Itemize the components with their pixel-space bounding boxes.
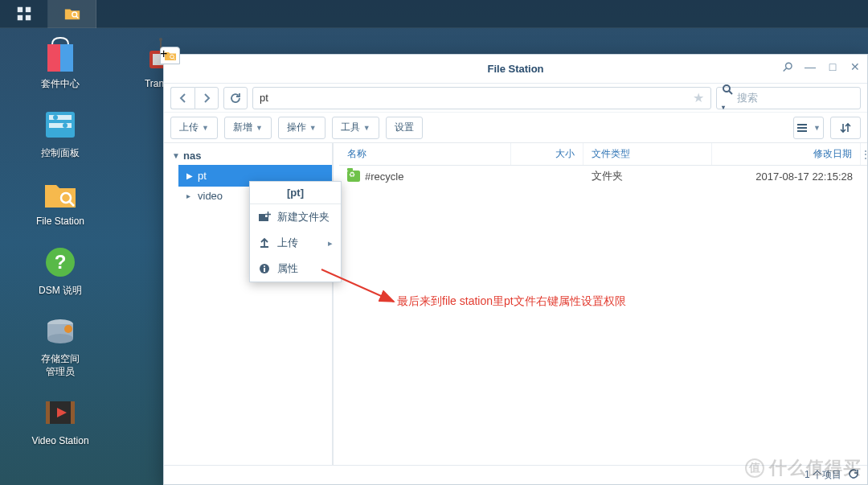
control-panel-label: 控制面板 bbox=[24, 147, 96, 160]
watermark-icon: 值 bbox=[745, 458, 764, 478]
path-field[interactable]: ★ bbox=[252, 87, 711, 109]
table-row[interactable]: #recycle 文件夹 2017-08-17 22:15:28 bbox=[339, 166, 867, 187]
window-titlebar: File Station ⚲ — □ ✕ bbox=[164, 55, 867, 84]
video-icon bbox=[41, 393, 80, 432]
disclosure-right-icon: ▶ bbox=[186, 171, 194, 180]
action-toolbar: 上传▼ 新增▼ 操作▼ 工具▼ 设置 ▼ bbox=[164, 113, 867, 143]
svg-point-12 bbox=[53, 115, 58, 120]
svg-rect-41 bbox=[264, 268, 265, 272]
svg-rect-8 bbox=[60, 44, 73, 72]
file-station-desktop[interactable]: File Station bbox=[24, 174, 96, 228]
file-station-label: File Station bbox=[24, 216, 96, 228]
help-icon: ? bbox=[41, 243, 80, 282]
context-menu-new-folder[interactable]: 新建文件夹 bbox=[250, 204, 341, 230]
list-view-button[interactable]: ▼ bbox=[793, 117, 824, 139]
tools-button[interactable]: 工具▼ bbox=[332, 117, 379, 139]
close-button[interactable]: ✕ bbox=[848, 60, 862, 74]
annotation-text: 最后来到file station里pt文件右键属性设置权限 bbox=[397, 294, 626, 309]
package-center-label: 套件中心 bbox=[24, 78, 96, 91]
navigation-toolbar: ★ ▾ bbox=[164, 84, 867, 113]
file-type: 文件夹 bbox=[583, 169, 712, 183]
tree-root-label: nas bbox=[183, 150, 201, 162]
svg-rect-11 bbox=[49, 123, 72, 128]
disclosure-down-icon: ▼ bbox=[172, 151, 180, 160]
context-menu-properties[interactable]: 属性 bbox=[250, 256, 341, 282]
create-button[interactable]: 新增▼ bbox=[224, 117, 272, 139]
file-date: 2017-08-17 22:15:28 bbox=[712, 171, 861, 183]
sliders-icon bbox=[41, 105, 80, 144]
svg-point-21 bbox=[64, 325, 72, 333]
search-box[interactable]: ▾ bbox=[716, 87, 861, 109]
column-menu-icon[interactable]: ⋮ bbox=[861, 149, 867, 160]
storage-manager-label: 存储空间 管理员 bbox=[24, 353, 96, 378]
maximize-button[interactable]: □ bbox=[825, 60, 840, 74]
search-icon: ▾ bbox=[722, 84, 733, 113]
file-station-taskbar[interactable] bbox=[48, 0, 96, 28]
svg-point-20 bbox=[47, 334, 73, 343]
svg-rect-10 bbox=[49, 115, 72, 120]
header-name[interactable]: 名称 bbox=[339, 143, 511, 165]
context-menu-label: 新建文件夹 bbox=[277, 210, 330, 224]
new-folder-icon bbox=[258, 211, 271, 224]
svg-rect-7 bbox=[47, 44, 60, 72]
reload-icon bbox=[230, 92, 241, 104]
chevron-left-icon bbox=[178, 93, 188, 103]
tree-root-nas[interactable]: ▼ nas bbox=[164, 146, 332, 165]
taskbar bbox=[0, 0, 868, 28]
grid-icon bbox=[15, 5, 33, 23]
list-icon bbox=[796, 123, 808, 133]
context-menu-label: 属性 bbox=[277, 261, 298, 276]
recycle-folder-icon bbox=[347, 171, 360, 182]
watermark-text: 什么值得买 bbox=[769, 456, 862, 480]
folder-search-icon bbox=[41, 174, 80, 212]
disks-icon bbox=[41, 311, 80, 350]
header-date[interactable]: 修改日期 bbox=[712, 143, 861, 165]
svg-rect-1 bbox=[25, 7, 30, 12]
reload-button[interactable] bbox=[223, 87, 248, 109]
context-menu-title: [pt] bbox=[250, 182, 341, 204]
file-name: #recycle bbox=[365, 171, 403, 183]
minimize-button[interactable]: — bbox=[803, 60, 817, 74]
settings-button[interactable]: 设置 bbox=[386, 117, 423, 139]
svg-rect-23 bbox=[46, 401, 50, 424]
context-menu-upload[interactable]: 上传 bbox=[250, 230, 341, 256]
path-input[interactable] bbox=[260, 92, 690, 104]
sort-button[interactable] bbox=[830, 117, 861, 139]
svg-point-13 bbox=[63, 123, 68, 128]
dsm-help-label: DSM 说明 bbox=[24, 285, 96, 298]
context-menu: [pt] 新建文件夹 上传 属性 bbox=[249, 181, 342, 282]
back-button[interactable] bbox=[170, 87, 194, 109]
video-station-label: Video Station bbox=[24, 435, 96, 448]
upload-button[interactable]: 上传▼ bbox=[170, 117, 218, 139]
action-button[interactable]: 操作▼ bbox=[278, 117, 326, 139]
control-panel[interactable]: 控制面板 bbox=[24, 105, 96, 160]
svg-rect-2 bbox=[17, 15, 22, 20]
sort-icon bbox=[840, 122, 851, 134]
svg-point-40 bbox=[264, 265, 265, 267]
svg-point-32 bbox=[723, 85, 730, 92]
header-type[interactable]: 文件类型 bbox=[583, 143, 712, 165]
forward-button[interactable] bbox=[194, 87, 219, 109]
tree-node-label: pt bbox=[198, 170, 207, 182]
chevron-right-icon bbox=[202, 93, 211, 103]
video-station[interactable]: Video Station bbox=[24, 393, 96, 448]
svg-rect-24 bbox=[71, 401, 75, 424]
storage-manager[interactable]: 存储空间 管理员 bbox=[24, 311, 96, 378]
dsm-help[interactable]: ? DSM 说明 bbox=[24, 243, 96, 298]
watermark: 值 什么值得买 bbox=[745, 456, 862, 480]
pin-button[interactable]: ⚲ bbox=[777, 56, 797, 76]
tree-node-label: video bbox=[198, 190, 223, 202]
main-menu-button[interactable] bbox=[0, 0, 48, 28]
header-size[interactable]: 大小 bbox=[511, 143, 583, 165]
desktop-column-1: 套件中心 控制面板 File Station ? DSM 说明 存储空间 管理员… bbox=[24, 36, 121, 462]
folder-search-icon bbox=[63, 5, 81, 23]
package-center[interactable]: 套件中心 bbox=[24, 36, 96, 91]
info-icon bbox=[258, 262, 271, 275]
window-title: File Station bbox=[487, 63, 543, 75]
disclosure-right-icon: ▸ bbox=[186, 191, 194, 200]
search-input[interactable] bbox=[737, 92, 868, 104]
upload-icon bbox=[258, 236, 271, 249]
favorite-star-icon[interactable]: ★ bbox=[693, 90, 704, 105]
context-menu-label: 上传 bbox=[277, 236, 298, 250]
svg-rect-0 bbox=[17, 7, 22, 12]
